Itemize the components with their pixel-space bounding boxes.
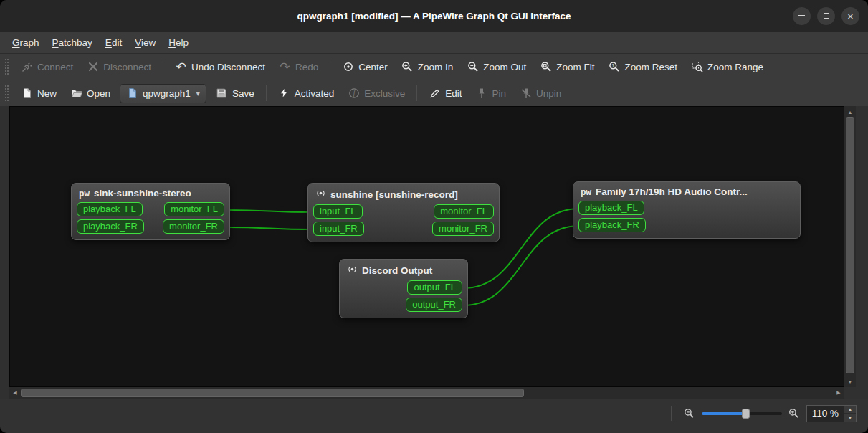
port-row: output_FR — [345, 298, 462, 312]
scroll-up-arrow[interactable]: ▲ — [845, 107, 855, 117]
node-header[interactable]: pwFamily 17h/19h HD Audio Contr... — [576, 186, 797, 201]
menu-graph[interactable]: Graph — [6, 34, 46, 51]
horizontal-scrollbar-thumb[interactable] — [21, 389, 524, 397]
spin-up-button[interactable]: ▴ — [844, 406, 856, 414]
port-sink-sunshine-stereo-playback_FL[interactable]: playback_FL — [77, 202, 143, 217]
patchbay-combo[interactable]: qpwgraph1 ▾ — [120, 84, 206, 103]
patchbay-combo-value: qpwgraph1 — [143, 88, 191, 99]
save-icon — [216, 87, 228, 100]
undo-disconnect-button[interactable]: ↶ Undo Disconnect — [168, 57, 272, 77]
node-header[interactable]: Discord Output — [343, 263, 464, 280]
node-header[interactable]: sunshine [sunshine-record] — [311, 187, 496, 204]
save-button[interactable]: Save — [209, 83, 261, 104]
pin-label: Pin — [492, 88, 507, 99]
speaker-icon — [315, 188, 326, 201]
port-sink-sunshine-stereo-monitor_FR[interactable]: monitor_FR — [163, 219, 224, 234]
node-family-audio[interactable]: pwFamily 17h/19h HD Audio Contr...playba… — [573, 181, 801, 239]
redo-icon: ↷ — [279, 61, 291, 73]
close-button[interactable]: × — [841, 7, 859, 25]
close-icon: × — [847, 11, 854, 22]
new-button[interactable]: New — [14, 83, 63, 104]
menu-patchbay[interactable]: Patchbay — [46, 34, 99, 51]
port-row: playback_FR — [578, 218, 795, 232]
spin-down-button[interactable]: ▾ — [844, 414, 856, 422]
port-row: input_FRmonitor_FR — [313, 222, 494, 236]
port-row: input_FLmonitor_FL — [313, 204, 494, 219]
vertical-scrollbar[interactable]: ▲ ▼ — [844, 106, 856, 387]
zoom-reset-button[interactable]: 1 Zoom Reset — [602, 57, 685, 77]
unpin-button[interactable]: Unpin — [513, 83, 568, 104]
maximize-icon — [824, 13, 829, 19]
connection-wire[interactable] — [225, 210, 314, 212]
zoom-controls: 110 % ▴ ▾ — [671, 405, 857, 422]
zoom-fit-button[interactable]: Zoom Fit — [533, 57, 601, 77]
new-file-icon — [21, 87, 33, 100]
window-controls: × — [793, 0, 859, 32]
app-window: qpwgraph1 [modified] — A PipeWire Graph … — [0, 0, 868, 433]
zoom-out-button[interactable]: Zoom Out — [460, 57, 533, 77]
port-sunshine-input_FR[interactable]: input_FR — [313, 222, 364, 236]
menu-edit[interactable]: Edit — [99, 34, 128, 51]
zoom-out-icon — [467, 61, 479, 73]
zoom-range-button[interactable]: Zoom Range — [685, 57, 770, 77]
spin-arrows: ▴ ▾ — [844, 406, 856, 422]
port-discord-output-output_FR[interactable]: output_FR — [406, 298, 462, 312]
port-discord-output-output_FL[interactable]: output_FL — [407, 280, 462, 295]
zoom-slider-fill — [702, 412, 746, 415]
pipewire-icon: pw — [79, 188, 90, 199]
titlebar: qpwgraph1 [modified] — A PipeWire Graph … — [0, 0, 868, 32]
port-family-audio-playback_FL[interactable]: playback_FL — [578, 201, 644, 215]
port-sunshine-monitor_FR[interactable]: monitor_FR — [432, 222, 494, 236]
disconnect-button[interactable]: Disconnect — [80, 57, 158, 77]
minimize-icon — [798, 15, 805, 16]
menu-help[interactable]: Help — [162, 34, 195, 51]
port-sunshine-input_FL[interactable]: input_FL — [313, 204, 363, 219]
maximize-button[interactable] — [817, 7, 835, 25]
port-sink-sunshine-stereo-monitor_FL[interactable]: monitor_FL — [164, 202, 224, 217]
exclusive-button[interactable]: f Exclusive — [341, 83, 411, 104]
redo-label: Redo — [295, 62, 318, 72]
graph-canvas[interactable]: pwsink-sunshine-stereoplayback_FLmonitor… — [9, 106, 844, 387]
vertical-scrollbar-thumb[interactable] — [846, 117, 854, 373]
zoom-slider[interactable] — [702, 408, 782, 419]
statusbar-separator — [671, 406, 672, 421]
patchbay-file-icon — [126, 87, 138, 100]
edit-button[interactable]: Edit — [422, 83, 468, 104]
zoom-range-label: Zoom Range — [707, 62, 763, 72]
menu-view[interactable]: View — [128, 34, 162, 51]
scroll-right-arrow[interactable]: ▶ — [834, 388, 844, 398]
node-discord-output[interactable]: Discord Outputoutput_FLoutput_FR — [339, 259, 468, 318]
disconnect-icon — [87, 61, 99, 73]
horizontal-scrollbar[interactable]: ◀ ▶ — [9, 387, 844, 399]
connect-icon — [21, 61, 33, 73]
toolbar-drag-handle[interactable] — [5, 59, 9, 75]
port-family-audio-playback_FR[interactable]: playback_FR — [578, 218, 646, 232]
center-icon — [342, 61, 354, 73]
port-sink-sunshine-stereo-playback_FR[interactable]: playback_FR — [77, 219, 144, 234]
port-row: playback_FL — [578, 201, 795, 215]
node-sunshine[interactable]: sunshine [sunshine-record]input_FLmonito… — [307, 183, 500, 242]
zoom-slider-handle[interactable] — [742, 409, 750, 419]
node-sink-sunshine-stereo[interactable]: pwsink-sunshine-stereoplayback_FLmonitor… — [71, 183, 230, 240]
port-row: playback_FLmonitor_FL — [77, 202, 224, 217]
zoom-value[interactable]: 110 % — [807, 406, 844, 422]
exclusive-label: Exclusive — [364, 88, 405, 99]
connection-wire[interactable] — [225, 227, 314, 229]
activated-button[interactable]: Activated — [272, 83, 341, 104]
zoom-spinbox[interactable]: 110 % ▴ ▾ — [806, 405, 857, 422]
connect-button[interactable]: Connect — [14, 57, 80, 77]
scroll-down-arrow[interactable]: ▼ — [845, 376, 855, 386]
toolbar-drag-handle[interactable] — [5, 85, 9, 101]
zoom-out-label: Zoom Out — [483, 62, 526, 72]
pin-button[interactable]: Pin — [469, 83, 513, 104]
open-button[interactable]: Open — [64, 83, 117, 104]
port-sunshine-monitor_FL[interactable]: monitor_FL — [434, 204, 494, 219]
node-header[interactable]: pwsink-sunshine-stereo — [75, 187, 226, 202]
zoom-in-button[interactable]: Zoom In — [395, 57, 460, 77]
minimize-button[interactable] — [793, 7, 811, 25]
unpin-label: Unpin — [536, 88, 561, 99]
scroll-left-arrow[interactable]: ◀ — [10, 388, 20, 398]
center-button[interactable]: Center — [335, 57, 394, 77]
menubar: Graph Patchbay Edit View Help — [0, 32, 868, 53]
redo-button[interactable]: ↷ Redo — [272, 57, 325, 77]
